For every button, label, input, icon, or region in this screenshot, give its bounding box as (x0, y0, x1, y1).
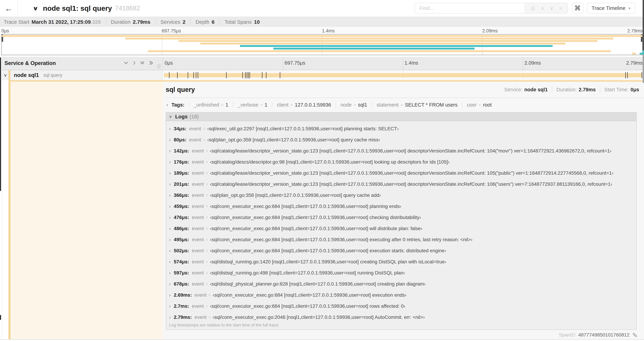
log-marker (627, 72, 628, 78)
chevron-right-icon[interactable]: › (169, 292, 171, 298)
minimap-canvas[interactable] (2, 34, 642, 55)
summary-item-value: 2.79ms (133, 19, 150, 25)
span-duration-bar[interactable] (164, 73, 642, 77)
tag-value: SELECT * FROM users (405, 102, 458, 108)
minimap-span-bar (273, 48, 474, 50)
chevron-right-icon[interactable]: › (169, 281, 171, 287)
chevron-right-icon[interactable]: › (169, 248, 171, 253)
minimap-tick-label: 0μs (2, 28, 9, 34)
log-equals: = (206, 193, 208, 198)
chevron-right-icon[interactable]: › (169, 204, 171, 209)
span-row[interactable]: ∨ node sql1 sql query (0, 70, 644, 80)
log-row[interactable]: ›142μs:event=‹sql/catalog/lease/descript… (166, 145, 636, 156)
keyboard-shortcuts-button[interactable]: ⌘ (572, 3, 583, 14)
chevron-right-icon[interactable]: › (169, 315, 171, 320)
service-operation-header: Service & Operation (0, 58, 163, 70)
log-row[interactable]: ›574μs:event=‹sql/distsql_running.go:142… (166, 256, 636, 267)
span-id-row: SpanID: 4877749850101760812 (559, 332, 638, 338)
chevron-right-icon[interactable]: › (169, 270, 171, 276)
log-row[interactable]: ›176μs:event=‹sql/catalog/descs/descript… (166, 156, 636, 168)
axis-tick-label: 0μs (163, 60, 173, 66)
log-row[interactable]: ›502μs:event=‹sql/conn_executor_exec.go:… (166, 245, 636, 256)
back-button[interactable]: ← (0, 0, 18, 17)
log-row[interactable]: ›34μs:event=‹sql/exec_util.go:2297 [nsql… (166, 123, 636, 134)
locate-icon[interactable]: ◎ (530, 5, 535, 11)
right-scrollbar-track[interactable] (642, 54, 644, 83)
log-row[interactable]: ›189μs:event=‹sql/catalog/lease/descript… (166, 168, 636, 179)
log-field-value: ‹sql/conn_executor_exec.go:684 [nsql1,cl… (210, 215, 421, 220)
back-arrow-icon: ← (4, 4, 13, 13)
log-row[interactable]: ›495μs:event=‹sql/conn_executor_exec.go:… (166, 234, 636, 245)
log-marker (193, 72, 194, 78)
tag-key: user (467, 102, 476, 108)
log-row[interactable]: ›80μs:event=‹sql/plan_opt.go:358 [nsql1,… (166, 134, 636, 145)
chevron-right-icon[interactable]: › (169, 259, 171, 265)
link-icon[interactable] (632, 332, 638, 338)
log-field-key: event (192, 237, 204, 242)
header-toolbar: Find... ◎ ∧ ∨ × ⌘ Trace Timeline ∨ (414, 3, 635, 14)
right-scrollbar[interactable] (642, 0, 644, 341)
span-row-name-column[interactable]: ∨ node sql1 sql query (0, 70, 163, 80)
log-equals: = (206, 237, 208, 242)
logs-header[interactable]: ∨ Logs (18) (166, 112, 636, 121)
log-timestamp: 80μs: (174, 137, 186, 143)
log-field-key: event (192, 170, 204, 176)
chevron-down-icon[interactable] (124, 61, 128, 65)
log-row[interactable]: ›2.7ms:event=‹sql/conn_executor_exec.go:… (166, 301, 636, 312)
chevron-right-icon[interactable]: › (169, 137, 171, 143)
log-row[interactable]: ›2.79ms:event=‹sql/conn_executor_exec.go… (166, 312, 636, 323)
chevron-right-icon[interactable]: › (169, 303, 171, 309)
tag-item: statement=SELECT * FROM users (372, 102, 462, 108)
find-input[interactable]: Find... ◎ ∧ ∨ × (414, 3, 568, 14)
log-marker (196, 72, 196, 78)
column-resize-grip[interactable] (158, 64, 160, 69)
chevron-down-icon[interactable]: ∨ (4, 73, 7, 78)
chevron-down-icon: ∨ (169, 115, 172, 119)
chevron-down-icon[interactable]: ∨ (32, 5, 38, 12)
span-row-timeline[interactable] (163, 70, 642, 80)
chevron-right-icon[interactable]: › (169, 148, 171, 154)
chevron-right-icon[interactable]: › (169, 193, 171, 198)
log-row[interactable]: ›476μs:event=‹sql/conn_executor_exec.go:… (166, 212, 636, 223)
log-row[interactable]: ›459μs:event=‹sql/conn_executor_exec.go:… (166, 201, 636, 212)
log-field-value: ‹sql/plan_opt.go:358 [nsql1,client=127.0… (210, 192, 381, 198)
chevron-right-icon[interactable]: › (169, 126, 171, 132)
log-row[interactable]: ›678μs:event=‹sql/distsql_physical_plann… (166, 278, 636, 289)
log-equals: = (206, 215, 208, 220)
left-scrollbar-track[interactable] (0, 58, 2, 339)
view-selector-button[interactable]: Trace Timeline ∨ (587, 3, 635, 14)
left-scrollbar-thumb[interactable] (0, 58, 1, 191)
tags-accordion[interactable]: › Tags: _unfinished=1_verbose=1client=12… (166, 98, 639, 112)
log-field-key: event (192, 303, 204, 309)
log-marker (625, 72, 626, 78)
log-row[interactable]: ›597μs:event=‹sql/distsql_running.go:498… (166, 267, 636, 278)
log-field-value: ‹sql/distsql_running.go:1420 [nsql1,clie… (210, 259, 446, 265)
left-scrollbar-thumb[interactable] (0, 315, 1, 320)
chevron-right-icon[interactable]: › (169, 215, 171, 220)
chevron-right-icon[interactable]: › (169, 159, 171, 165)
log-timestamp: 2.79ms: (174, 314, 192, 320)
service-color-accent (8, 82, 10, 339)
log-row[interactable]: ›2.69ms:event=‹sql/conn_executor_exec.go… (166, 289, 636, 301)
detail-bottom-border (0, 339, 644, 339)
chevron-right-icon[interactable]: › (169, 237, 171, 242)
log-field-key: event (189, 137, 201, 143)
right-scrollbar-thumb[interactable] (642, 0, 644, 50)
log-row[interactable]: ›201μs:event=‹sql/catalog/lease/descript… (166, 179, 636, 190)
double-chevron-down-icon[interactable] (140, 61, 145, 65)
find-placeholder: Find... (415, 3, 525, 13)
log-row[interactable]: ›366μs:event=‹sql/plan_opt.go:358 [nsql1… (166, 190, 636, 201)
chevron-right-icon[interactable]: › (169, 226, 171, 231)
log-marker (198, 72, 198, 78)
chevron-up-icon[interactable]: ∧ (541, 5, 544, 11)
chevron-down-icon[interactable]: ∨ (550, 5, 554, 11)
log-timestamp: 189μs: (174, 170, 189, 176)
chevron-right-icon[interactable] (132, 61, 136, 65)
chevron-right-icon[interactable]: › (169, 182, 171, 187)
chevron-right-icon[interactable]: › (169, 171, 171, 176)
tag-key: node (340, 102, 352, 108)
log-row[interactable]: ›486μs:event=‹sql/conn_executor_exec.go:… (166, 223, 636, 234)
double-chevron-right-icon[interactable] (148, 61, 154, 65)
log-marker (280, 72, 280, 78)
close-icon[interactable]: × (559, 5, 562, 11)
